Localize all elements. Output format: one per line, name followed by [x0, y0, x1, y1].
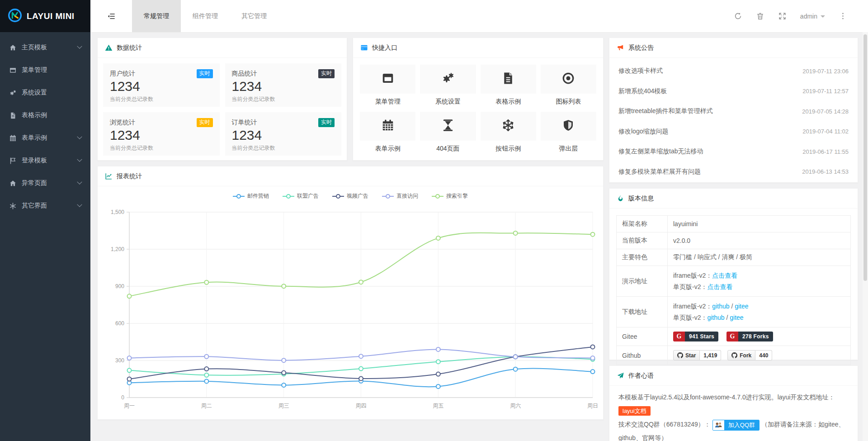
vertical-scrollbar[interactable] [863, 32, 868, 441]
scrollbar-thumb[interactable] [863, 34, 867, 281]
gears-icon [441, 71, 455, 87]
legend-marker-icon [382, 196, 394, 197]
table-row: 主要特色 零门槛 / 响应式 / 清爽 / 极简 [617, 249, 851, 266]
legend-label: 联盟广告 [297, 192, 319, 200]
stat-desc: 当前分类总记录数 [232, 144, 335, 152]
quick-entries: 菜单管理 系统设置 表格示例 图标列表 表单示例 404页面 [353, 58, 603, 159]
sidebar-item-system-settings[interactable]: 系统设置 [0, 81, 90, 104]
username: admin [800, 13, 817, 20]
notice-item[interactable]: 修复多模块菜单栏展开有问题2019-06-13 14:53 [609, 162, 858, 182]
tab-general-manage[interactable]: 常规管理 [132, 0, 181, 32]
quick-entry-label: 图标列表 [541, 98, 596, 106]
svg-text:周四: 周四 [356, 403, 367, 409]
quick-entry-label: 表格示例 [481, 98, 536, 106]
sidebar-item-other-ui[interactable]: 其它界面 [0, 194, 90, 217]
flag-icon [9, 157, 17, 165]
sidebar-item-menu-manage[interactable]: 菜单管理 [0, 59, 90, 81]
quick-entry-icons[interactable]: 图标列表 [541, 65, 596, 106]
stat-title: 浏览统计 [110, 119, 135, 127]
join-qq-group-badge[interactable]: 加入QQ群 [712, 420, 760, 431]
legend-item[interactable]: 搜索引擎 [432, 192, 468, 200]
quick-entry-panel: 快捷入口 菜单管理 系统设置 表格示例 图标列表 表单示例 [353, 38, 604, 161]
quick-entry-popup[interactable]: 弹出层 [541, 112, 596, 153]
legend-marker-icon [332, 196, 344, 197]
notice-item[interactable]: 新增系统404模板2019-07-11 12:57 [609, 81, 858, 102]
notice-item[interactable]: 新增treetable插件和菜单管理样式2019-07-05 14:28 [609, 101, 858, 122]
table-row: Github Star 1,419 Fork 440 [617, 346, 851, 365]
quick-entry-label: 弹出层 [541, 145, 596, 153]
row-label: 主要特色 [617, 249, 668, 266]
stat-card-goods: 商品统计实时 1234 当前分类总记录数 [225, 63, 342, 107]
line-chart: 03006009001,2001,500周一周二周三周四周五周六周日 [98, 201, 604, 417]
notice-item[interactable]: 修复左侧菜单缩放tab无法移动2019-06-17 11:55 [609, 142, 858, 162]
author-text: 本模板基于layui2.5.4以及font-awesome-4.7.0进行实现。… [609, 386, 858, 441]
sidebar-item-label: 异常页面 [22, 179, 47, 187]
panel-title: 作者心语 [628, 372, 654, 380]
sidebar-item-login-template[interactable]: 登录模板 [0, 149, 90, 172]
version-panel-header: 版本信息 [609, 189, 858, 209]
logo[interactable]: LAYUI MINI [0, 0, 90, 32]
quick-entry-buttons[interactable]: 按钮示例 [481, 112, 536, 153]
quick-entry-table[interactable]: 表格示例 [481, 65, 536, 106]
top-header: 常规管理 组件管理 其它管理 admin [90, 0, 868, 33]
download-github-link[interactable]: github [707, 314, 724, 321]
stat-value: 1234 [232, 128, 335, 143]
tab-other-manage[interactable]: 其它管理 [230, 0, 278, 32]
gitee-logo-icon: G [726, 332, 738, 341]
demo-iframe-link[interactable]: 点击查看 [712, 272, 737, 279]
legend-item[interactable]: 直接访问 [382, 192, 418, 200]
legend-item[interactable]: 视频广告 [332, 192, 368, 200]
window-card-icon [360, 44, 368, 52]
layui-doc-badge[interactable]: layui文档 [618, 406, 651, 416]
quick-entry-menu[interactable]: 菜单管理 [360, 65, 415, 106]
svg-text:周三: 周三 [278, 403, 289, 409]
legend-marker-icon [283, 196, 294, 197]
panel-title: 快捷入口 [372, 44, 397, 52]
notice-item[interactable]: 修改选项卡样式2019-07-11 23:06 [609, 61, 858, 81]
tab-component-manage[interactable]: 组件管理 [181, 0, 230, 32]
quick-entry-settings[interactable]: 系统设置 [420, 65, 476, 106]
sidebar-item-error-pages[interactable]: 异常页面 [0, 172, 90, 194]
fullscreen-icon[interactable] [778, 12, 787, 20]
sidebar-item-home-template[interactable]: 主页模板 [0, 36, 90, 59]
sidebar-item-form-demo[interactable]: 表单示例 [0, 127, 90, 149]
user-menu[interactable]: admin [800, 13, 825, 20]
sidebar-item-label: 菜单管理 [22, 66, 47, 74]
github-star-badge[interactable]: Star 1,419 [673, 350, 721, 360]
download-github-link[interactable]: github [712, 303, 729, 310]
gitee-stars-badge[interactable]: G941 Stars [673, 332, 718, 341]
notice-item[interactable]: 修改logo缩放问题2019-07-04 11:02 [609, 122, 858, 142]
quick-entry-404[interactable]: 404页面 [420, 112, 476, 153]
row-value: iframe版-v2：github / gitee 单页版-v2：github … [668, 297, 851, 327]
author-panel-header: 作者心语 [609, 366, 858, 386]
sidebar-toggle-button[interactable] [90, 0, 132, 32]
legend-item[interactable]: 邮件营销 [233, 192, 269, 200]
more-menu-icon[interactable] [839, 12, 847, 20]
panel-title: 数据统计 [117, 44, 142, 52]
qq-people-icon [713, 420, 724, 430]
github-fork-badge[interactable]: Fork 440 [727, 350, 772, 360]
svg-text:0: 0 [121, 394, 124, 401]
sidebar-item-table-demo[interactable]: 表格示例 [0, 104, 90, 127]
sidebar-item-label: 其它界面 [22, 202, 47, 210]
stats-panel-header: 数据统计 [98, 38, 347, 58]
legend-label: 搜索引擎 [446, 192, 468, 200]
stat-title: 商品统计 [232, 70, 257, 78]
chevron-down-icon [77, 180, 82, 185]
quick-entry-form[interactable]: 表单示例 [360, 112, 415, 153]
status-badge: 实时 [318, 69, 335, 78]
gitee-forks-badge[interactable]: G278 Forks [726, 332, 773, 341]
logo-title: LAYUI MINI [27, 11, 75, 21]
legend-item[interactable]: 联盟广告 [283, 192, 319, 200]
github-logo-icon [677, 352, 683, 358]
svg-text:周一: 周一 [124, 403, 135, 409]
hourglass-icon [441, 119, 455, 134]
refresh-icon[interactable] [734, 12, 742, 20]
shield-icon [561, 119, 575, 134]
trash-icon[interactable] [756, 12, 764, 20]
demo-spa-link[interactable]: 点击查看 [707, 283, 732, 290]
table-row: 演示地址 iframe版-v2：点击查看 单页版-v2：点击查看 [617, 266, 851, 297]
download-gitee-link[interactable]: gitee [730, 314, 743, 321]
download-gitee-link[interactable]: gitee [735, 303, 748, 310]
table-row: 当前版本 v2.0.0 [617, 232, 851, 249]
